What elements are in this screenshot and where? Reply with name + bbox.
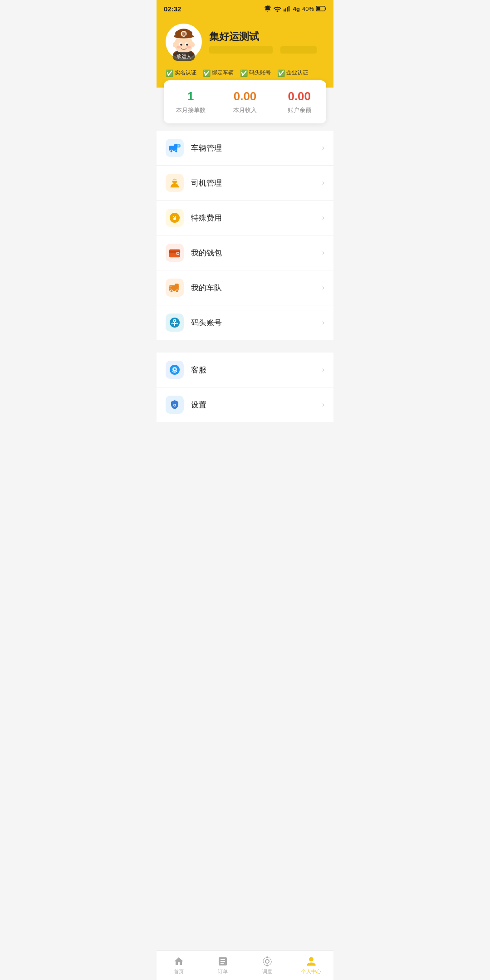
fleet-icon	[168, 282, 181, 293]
verify-label-dock: 码头账号	[249, 69, 271, 77]
arrow-driver: ›	[322, 179, 324, 187]
fee-icon-wrap: ¥	[166, 209, 184, 227]
alarm-icon	[264, 5, 271, 12]
svg-point-18	[186, 44, 188, 46]
profile-name: 集好运测试	[209, 30, 324, 44]
svg-point-51	[174, 405, 176, 406]
verify-check-icon-3: ✅	[240, 69, 248, 77]
vehicle-icon-wrap: +	[166, 139, 184, 157]
stat-balance: 0.00 账户余额	[272, 89, 326, 114]
stat-income: 0.00 本月收入	[218, 89, 273, 114]
menu-label-fleet: 我的车队	[191, 283, 322, 293]
menu-label-settings: 设置	[191, 400, 322, 410]
status-icons: 4g 40%	[264, 5, 326, 12]
verify-row: ✅ 实名认证 ✅ 绑定车辆 ✅ 码头账号 ✅ 企业认证	[166, 69, 324, 77]
menu-gap	[157, 340, 333, 345]
verify-item-enterprise: ✅ 企业认证	[277, 69, 308, 77]
svg-text:顺: 顺	[181, 32, 186, 36]
wifi-icon	[274, 5, 281, 12]
profile-top: 顺	[166, 24, 324, 60]
stat-orders: 1 本月接单数	[164, 89, 218, 114]
verify-item-vehicle: ✅ 绑定车辆	[203, 69, 234, 77]
dock-icon-wrap	[166, 314, 184, 332]
menu-label-fee: 特殊费用	[191, 213, 322, 223]
carrier-badge: 承运人	[173, 52, 195, 61]
wallet-icon-wrap	[166, 244, 184, 262]
svg-point-40	[170, 290, 173, 293]
svg-point-22	[191, 42, 195, 47]
svg-rect-39	[175, 284, 179, 288]
menu-label-wallet: 我的钱包	[191, 248, 322, 258]
svg-point-26	[175, 150, 177, 152]
arrow-dock: ›	[322, 318, 324, 327]
arrow-wallet: ›	[322, 249, 324, 257]
verify-check-icon-4: ✅	[277, 69, 285, 77]
svg-point-17	[180, 44, 182, 46]
stat-label-orders: 本月接单数	[164, 106, 218, 114]
profile-id-blur2	[280, 46, 317, 54]
settings-icon	[169, 399, 180, 410]
dock-icon	[169, 317, 180, 328]
spacer-bottom	[157, 422, 333, 458]
arrow-fleet: ›	[322, 284, 324, 292]
verify-label-vehicle: 绑定车辆	[212, 69, 234, 77]
battery-icon	[316, 6, 326, 11]
profile-info: 集好运测试	[209, 30, 324, 54]
driver-icon	[169, 177, 180, 188]
vehicle-icon: +	[169, 143, 181, 153]
menu-item-fee[interactable]: ¥ 特殊费用 ›	[157, 201, 333, 235]
driver-icon-wrap	[166, 174, 184, 192]
arrow-fee: ›	[322, 214, 324, 222]
svg-point-19	[176, 46, 181, 49]
svg-point-37	[177, 253, 179, 255]
status-bar: 02:32 4g 40%	[157, 0, 333, 16]
svg-text:¥: ¥	[173, 215, 176, 221]
menu-label-vehicle: 车辆管理	[191, 143, 322, 153]
stat-value-income: 0.00	[218, 89, 272, 103]
svg-rect-31	[172, 180, 178, 181]
verify-check-icon-2: ✅	[203, 69, 211, 77]
menu-item-wallet[interactable]: 我的钱包 ›	[157, 235, 333, 270]
verify-item-realname: ✅ 实名认证	[166, 69, 196, 77]
menu-item-dock[interactable]: 码头账号 ›	[157, 305, 333, 340]
stats-card: 1 本月接单数 0.00 本月收入 0.00 账户余额	[164, 80, 326, 123]
menu-item-service[interactable]: 客服 ›	[157, 353, 333, 387]
verify-label-realname: 实名认证	[175, 69, 196, 77]
menu-label-service: 客服	[191, 365, 322, 375]
svg-point-21	[173, 42, 176, 47]
verify-label-enterprise: 企业认证	[286, 69, 308, 77]
arrow-vehicle: ›	[322, 144, 324, 152]
svg-rect-5	[325, 7, 326, 10]
stat-label-balance: 账户余额	[272, 106, 326, 114]
fleet-icon-wrap	[166, 279, 184, 297]
menu-item-fleet[interactable]: 我的车队 ›	[157, 270, 333, 305]
arrow-service: ›	[322, 366, 324, 374]
svg-point-41	[176, 290, 178, 293]
verify-item-dock: ✅ 码头账号	[240, 69, 271, 77]
svg-rect-2	[287, 7, 288, 12]
4g-label: 4g	[293, 5, 300, 12]
menu-item-settings[interactable]: 设置 ›	[157, 387, 333, 422]
svg-rect-3	[289, 6, 289, 11]
menu-item-vehicle[interactable]: + 车辆管理 ›	[157, 131, 333, 166]
svg-point-20	[186, 46, 191, 49]
settings-icon-wrap	[166, 396, 184, 414]
fee-icon: ¥	[169, 212, 180, 223]
menu-group-1: + 车辆管理 › 司机管理 › ¥ 特殊费用 ›	[157, 131, 333, 340]
service-icon	[169, 364, 180, 375]
svg-rect-6	[317, 7, 320, 10]
stat-label-income: 本月收入	[218, 106, 272, 114]
profile-id	[209, 46, 324, 54]
stat-value-balance: 0.00	[272, 89, 326, 103]
menu-item-driver[interactable]: 司机管理 ›	[157, 166, 333, 201]
wallet-icon	[169, 247, 181, 258]
battery-percent: 40%	[302, 5, 314, 12]
profile-header: 顺	[157, 16, 333, 88]
menu-label-driver: 司机管理	[191, 178, 322, 188]
svg-text:+: +	[178, 144, 180, 147]
svg-rect-1	[285, 8, 286, 11]
avatar-wrap[interactable]: 顺	[166, 24, 202, 60]
status-time: 02:32	[164, 5, 181, 13]
svg-point-49	[174, 368, 176, 370]
svg-point-25	[170, 150, 173, 152]
